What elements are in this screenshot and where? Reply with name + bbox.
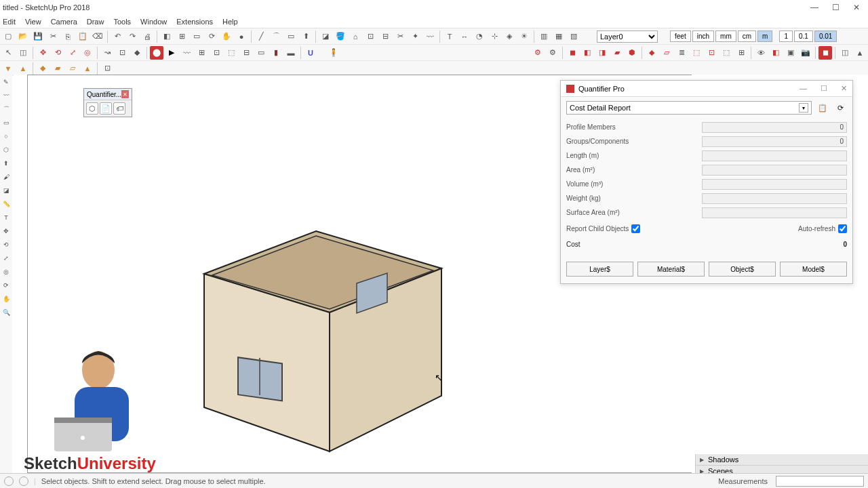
cube-icon[interactable]: ◧ [769, 46, 783, 60]
lt-paint-icon[interactable]: 🖌 [1, 172, 11, 182]
push-icon[interactable]: ⬆ [299, 30, 313, 43]
paste-icon[interactable]: 📋 [76, 30, 90, 43]
next-icon[interactable]: ⊡ [210, 46, 223, 60]
precision-1[interactable]: 1 [779, 30, 793, 42]
lt-offset-icon[interactable]: ◎ [1, 267, 11, 277]
lt-freehand-icon[interactable]: 〰 [1, 91, 11, 100]
lt-eraser-icon[interactable]: ◪ [1, 186, 11, 195]
bucket-icon[interactable]: 🪣 [334, 30, 347, 43]
unit-cm[interactable]: cm [738, 30, 756, 42]
measurements-input[interactable] [776, 476, 864, 487]
sandbox-e-icon[interactable]: ▱ [66, 62, 79, 75]
qp-maximize-icon[interactable]: ☐ [821, 84, 827, 93]
outer-icon[interactable]: ⊡ [115, 46, 129, 60]
sandbox-b-icon[interactable]: ▲ [16, 62, 30, 75]
warehouse-icon[interactable]: ⌂ [349, 30, 362, 43]
front-icon[interactable]: ▭ [190, 30, 203, 43]
3dtext-icon[interactable]: T [443, 30, 456, 43]
section-icon[interactable]: ✂ [393, 30, 407, 43]
menu-extensions[interactable]: Extensions [176, 18, 213, 26]
erase-icon[interactable]: ⌫ [91, 30, 104, 43]
lt-orbit-icon[interactable]: ⟳ [1, 281, 11, 290]
lt-pencil-icon[interactable]: ✎ [1, 77, 11, 87]
eraser-icon[interactable]: ◪ [319, 30, 332, 43]
unit-feet[interactable]: feet [670, 30, 691, 42]
offset-icon[interactable]: ◎ [81, 46, 94, 60]
lt-circle-icon[interactable]: ○ [1, 131, 11, 141]
object-cost-button[interactable]: Object$ [709, 262, 776, 277]
precision-0-01[interactable]: 0.01 [814, 30, 837, 42]
menu-view[interactable]: View [25, 18, 41, 26]
sandbox-a-icon[interactable]: ▼ [1, 62, 15, 75]
sandbox-d-icon[interactable]: ▰ [51, 62, 64, 75]
protractor-icon[interactable]: ◔ [473, 30, 486, 43]
axes-icon[interactable]: ✦ [408, 30, 422, 43]
red-a-icon[interactable]: ◼ [566, 46, 579, 60]
unit-m[interactable]: m [757, 30, 772, 42]
sample-icon[interactable]: ▬ [284, 46, 298, 60]
layer-cost-button[interactable]: Layer$ [566, 262, 633, 277]
save-icon[interactable]: 💾 [31, 30, 45, 43]
sandbox-c-icon[interactable]: ◆ [36, 62, 50, 75]
xray-icon[interactable]: ◈ [502, 30, 516, 43]
menu-draw[interactable]: Draw [87, 18, 104, 26]
red-e-icon[interactable]: ⬢ [625, 46, 639, 60]
qt-b-icon[interactable]: 📄 [100, 102, 112, 115]
lt-push-icon[interactable]: ⬆ [1, 159, 11, 168]
orbit-icon[interactable]: ⟳ [205, 30, 218, 43]
lt-arc-icon[interactable]: ⌒ [1, 104, 11, 114]
mirror-b-icon[interactable]: ▲ [853, 46, 867, 60]
component-icon[interactable]: ⊡ [363, 30, 377, 43]
paint-icon[interactable]: ▮ [269, 46, 283, 60]
sandbox-f-icon[interactable]: ▲ [81, 62, 94, 75]
look-icon[interactable]: ▶ [165, 46, 178, 60]
copy-report-icon[interactable]: 📋 [816, 101, 829, 115]
view-a-icon[interactable]: ▥ [537, 30, 551, 43]
layers-icon[interactable]: ≣ [675, 46, 688, 60]
maximize-button[interactable]: ☐ [832, 3, 840, 12]
scale-icon[interactable]: ⤢ [66, 46, 79, 60]
position-icon[interactable]: 〰 [180, 46, 193, 60]
open-icon[interactable]: 📂 [16, 30, 30, 43]
unit-mm[interactable]: mm [715, 30, 736, 42]
minimize-button[interactable]: — [810, 3, 818, 12]
iso-icon[interactable]: ◧ [160, 30, 174, 43]
shadows-icon[interactable]: ☀ [517, 30, 531, 43]
mirror-a-icon[interactable]: ◫ [838, 46, 852, 60]
menu-tools[interactable]: Tools [113, 18, 131, 26]
move-icon[interactable]: ✥ [36, 46, 50, 60]
group-icon[interactable]: ⊟ [378, 30, 392, 43]
menu-window[interactable]: Window [140, 18, 167, 26]
lt-zoom-icon[interactable]: 🔍 [1, 308, 11, 317]
autorefresh-checkbox[interactable] [838, 224, 847, 233]
tray-shadows[interactable]: Shadows [696, 454, 868, 466]
red-i-icon[interactable]: ⊡ [705, 46, 718, 60]
lt-text-icon[interactable]: T [1, 213, 11, 222]
menu-help[interactable]: Help [222, 18, 238, 26]
redo-icon[interactable]: ↷ [125, 30, 139, 43]
circle-icon[interactable]: ● [235, 30, 248, 43]
red-k-icon[interactable]: ◼ [818, 46, 832, 60]
red-j-icon[interactable]: ⬚ [719, 46, 733, 60]
top-icon[interactable]: ⊞ [175, 30, 189, 43]
report-child-checkbox[interactable] [631, 224, 640, 233]
geo-icon[interactable] [19, 476, 28, 486]
lt-tape-icon[interactable]: 📏 [1, 199, 11, 209]
lt-pan-icon[interactable]: ✋ [1, 294, 11, 304]
eye-icon[interactable]: 👁 [754, 46, 768, 60]
arc-icon[interactable]: ⌒ [269, 30, 283, 43]
extents-icon[interactable]: ⬚ [224, 46, 238, 60]
print-icon[interactable]: 🖨 [140, 30, 154, 43]
cut-icon[interactable]: ✂ [46, 30, 60, 43]
camera-icon[interactable]: 📷 [799, 46, 812, 60]
lt-poly-icon[interactable]: ⬡ [1, 145, 11, 155]
bold-u-icon[interactable]: U [304, 46, 317, 60]
screen-icon[interactable]: ▣ [784, 46, 797, 60]
window-icon[interactable]: ▭ [254, 46, 268, 60]
red-b-icon[interactable]: ◧ [580, 46, 594, 60]
model-cost-button[interactable]: Model$ [780, 262, 847, 277]
red-f-icon[interactable]: ◆ [645, 46, 658, 60]
qt-c-icon[interactable]: 🏷 [113, 102, 125, 115]
copy-icon[interactable]: ⎘ [61, 30, 75, 43]
red-d-icon[interactable]: ▰ [610, 46, 624, 60]
